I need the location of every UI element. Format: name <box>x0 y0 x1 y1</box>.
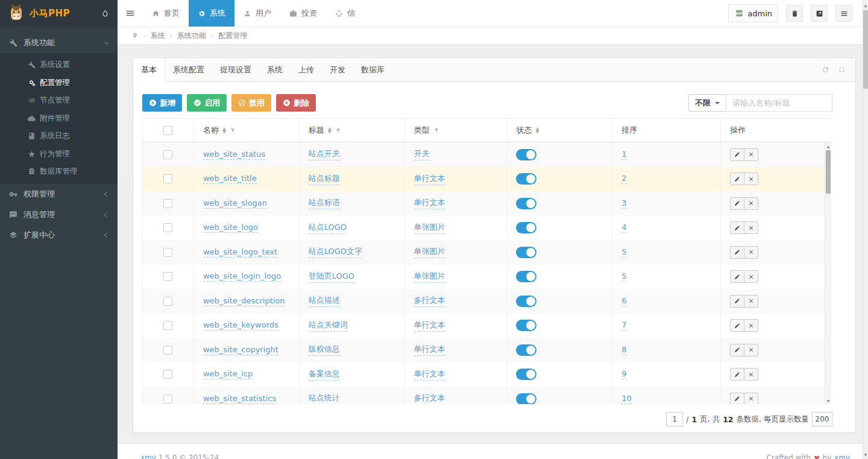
scroll-down-arrow[interactable]: ▼ <box>825 397 831 404</box>
config-type-link[interactable]: 开关 <box>414 148 430 160</box>
add-button[interactable]: 新增 <box>142 94 182 112</box>
row-checkbox[interactable] <box>163 223 172 232</box>
row-delete-button[interactable] <box>744 368 758 381</box>
footer-brand[interactable]: xmy <box>140 454 156 459</box>
column-header-status[interactable]: 状态 <box>516 125 532 136</box>
sidebar-section-system[interactable]: 系统功能 <box>0 33 118 53</box>
scrollbar-thumb[interactable] <box>863 10 868 89</box>
sort-icon[interactable]: ▲▼ <box>222 127 226 133</box>
sidebar-item[interactable]: 附件管理 <box>0 110 118 128</box>
nav-item[interactable]: 信 <box>326 0 364 27</box>
status-toggle[interactable] <box>516 320 536 331</box>
status-toggle[interactable] <box>516 222 536 233</box>
config-title-link[interactable]: 站点LOGO文字 <box>309 246 362 258</box>
row-checkbox[interactable] <box>163 272 172 281</box>
breadcrumb-item[interactable]: 配置管理 <box>218 31 247 41</box>
status-toggle[interactable] <box>516 173 536 185</box>
list-button[interactable] <box>835 5 852 22</box>
order-link[interactable]: 3 <box>621 198 626 209</box>
row-checkbox[interactable] <box>163 199 172 208</box>
status-toggle[interactable] <box>516 247 536 258</box>
sidebar-section-extensions[interactable]: 扩展中心 <box>0 225 118 245</box>
config-type-link[interactable]: 单行文本 <box>414 344 445 356</box>
sidebar-item[interactable]: 数据库管理 <box>0 163 118 181</box>
fullscreen-icon[interactable] <box>838 66 846 74</box>
config-title-link[interactable]: 备案信息 <box>309 369 340 381</box>
config-type-link[interactable]: 单行文本 <box>414 320 445 332</box>
config-type-link[interactable]: 单行文本 <box>414 173 445 185</box>
nav-item[interactable]: 投资 <box>280 0 326 27</box>
edit-button[interactable] <box>730 319 744 332</box>
user-menu[interactable]: admin <box>728 4 778 22</box>
select-all-checkbox[interactable] <box>163 126 172 135</box>
filter-funnel-icon[interactable] <box>230 127 236 134</box>
config-type-link[interactable]: 单行文本 <box>414 369 445 381</box>
config-name-link[interactable]: web_site_statistics <box>203 394 276 404</box>
row-delete-button[interactable] <box>744 148 758 161</box>
sidebar-section-messages[interactable]: 消息管理 <box>0 204 118 225</box>
trash-button[interactable] <box>786 5 803 22</box>
config-name-link[interactable]: web_site_logo_text <box>203 247 277 258</box>
edit-button[interactable] <box>730 270 744 283</box>
filter-funnel-icon[interactable] <box>335 127 341 134</box>
config-title-link[interactable]: 站点描述 <box>309 295 340 307</box>
table-scrollbar[interactable]: ▲ ▼ <box>825 142 831 404</box>
row-delete-button[interactable] <box>744 221 758 234</box>
order-link[interactable]: 1 <box>621 150 626 160</box>
edit-button[interactable] <box>730 197 744 210</box>
config-name-link[interactable]: web_site_title <box>203 174 257 184</box>
status-toggle[interactable] <box>516 369 536 380</box>
sort-icon[interactable]: ▲▼ <box>328 127 332 133</box>
row-checkbox[interactable] <box>163 248 172 257</box>
config-name-link[interactable]: web_site_keywords <box>203 320 278 331</box>
sidebar-toggle-button[interactable] <box>118 0 143 27</box>
sidebar-section-permissions[interactable]: 权限管理 <box>0 184 118 204</box>
row-checkbox[interactable] <box>163 321 172 330</box>
sidebar-item[interactable]: 系统设置 <box>0 56 118 74</box>
row-delete-button[interactable] <box>744 393 758 404</box>
tab[interactable]: 基本 <box>133 58 165 83</box>
config-title-link[interactable]: 站点LOGO <box>309 222 347 234</box>
row-checkbox[interactable] <box>163 297 172 306</box>
sidebar-item[interactable]: 节点管理 <box>0 92 118 110</box>
disable-button[interactable]: 禁用 <box>231 94 271 112</box>
sidebar-item[interactable]: 行为管理 <box>0 145 118 163</box>
filter-funnel-icon[interactable] <box>433 127 439 134</box>
order-link[interactable]: 10 <box>621 394 632 404</box>
config-title-link[interactable]: 站点标语 <box>309 197 340 209</box>
config-title-link[interactable]: 站点开关 <box>309 148 340 160</box>
config-name-link[interactable]: web_site_icp <box>203 369 253 379</box>
page-size-input[interactable]: 200 <box>812 412 832 426</box>
config-title-link[interactable]: 版权信息 <box>309 344 340 356</box>
config-name-link[interactable]: web_site_description <box>203 296 285 306</box>
page-scrollbar[interactable]: ▲ ▼ <box>863 0 868 459</box>
config-title-link[interactable]: 站点标题 <box>309 173 340 185</box>
edit-button[interactable] <box>730 295 744 308</box>
config-type-link[interactable]: 单行文本 <box>414 197 445 209</box>
config-name-link[interactable]: web_site_logo <box>203 223 258 233</box>
status-toggle[interactable] <box>516 344 536 356</box>
order-link[interactable]: 4 <box>621 223 626 233</box>
row-checkbox[interactable] <box>163 150 172 159</box>
edit-button[interactable] <box>730 344 744 356</box>
row-checkbox[interactable] <box>163 346 172 355</box>
logo-bar[interactable]: 小马PHP <box>0 0 118 27</box>
order-link[interactable]: 8 <box>621 345 626 355</box>
status-toggle[interactable] <box>516 296 536 307</box>
footer-credit-brand[interactable]: xmy <box>834 454 850 459</box>
order-link[interactable]: 7 <box>621 320 626 331</box>
config-name-link[interactable]: web_site_copyright <box>203 345 278 355</box>
filter-dropdown[interactable]: 不限 <box>688 94 726 112</box>
nav-item[interactable]: 用户 <box>234 0 280 27</box>
edit-button[interactable] <box>730 393 744 404</box>
nav-item[interactable]: 首页 <box>143 0 189 27</box>
column-header-title[interactable]: 标题 <box>309 125 324 136</box>
search-input[interactable] <box>726 94 832 112</box>
row-delete-button[interactable] <box>744 319 758 332</box>
config-type-link[interactable]: 多行文本 <box>414 393 445 404</box>
tab[interactable]: 开发 <box>322 58 353 81</box>
config-title-link[interactable]: 登陆页LOGO <box>309 271 354 283</box>
row-delete-button[interactable] <box>744 197 758 210</box>
row-delete-button[interactable] <box>744 344 758 356</box>
sidebar-item[interactable]: 系统日志 <box>0 127 118 145</box>
